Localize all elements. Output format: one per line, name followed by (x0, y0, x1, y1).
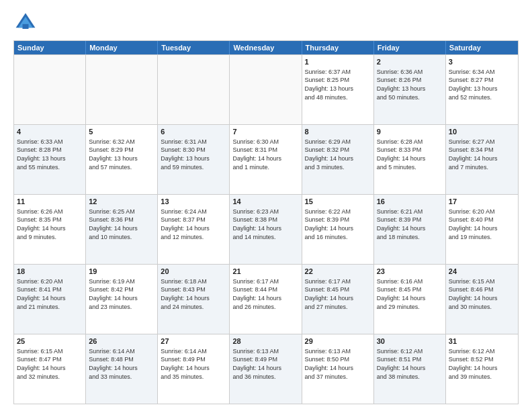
cell-text-line: Sunrise: 6:32 AM (89, 138, 154, 146)
cell-text-line: and 12 minutes. (161, 233, 226, 242)
day-number: 16 (377, 197, 443, 207)
cell-text-line: and 18 minutes. (377, 233, 443, 242)
cell-text-line: and 36 minutes. (232, 373, 298, 381)
cell-text-line: Sunset: 8:25 PM (305, 76, 371, 85)
day-number: 24 (449, 267, 515, 277)
day-number: 10 (449, 127, 515, 137)
calendar-cell: 11Sunrise: 6:26 AMSunset: 8:35 PMDayligh… (14, 195, 86, 264)
calendar-cell: 15Sunrise: 6:22 AMSunset: 8:39 PMDayligh… (302, 195, 374, 264)
cell-text-line: and 35 minutes. (161, 373, 226, 381)
calendar-header-cell: Thursday (302, 41, 374, 54)
cell-text-line: Daylight: 14 hours (449, 294, 515, 303)
cell-text-line: Sunset: 8:28 PM (17, 146, 83, 154)
day-number: 22 (305, 267, 371, 277)
day-number: 12 (89, 197, 154, 207)
cell-text-line: Sunrise: 6:26 AM (17, 208, 83, 216)
day-number: 21 (232, 267, 298, 277)
day-number: 28 (232, 336, 298, 347)
calendar-cell (14, 55, 86, 124)
cell-text-line: Sunset: 8:41 PM (17, 285, 83, 294)
cell-text-line: and 37 minutes. (305, 373, 371, 381)
calendar-cell: 12Sunrise: 6:25 AMSunset: 8:36 PMDayligh… (86, 195, 158, 264)
cell-text-line: Sunrise: 6:28 AM (377, 138, 443, 146)
cell-text-line: and 33 minutes. (89, 373, 154, 381)
cell-text-line: Daylight: 13 hours (305, 85, 371, 93)
cell-text-line: and 48 minutes. (305, 93, 371, 102)
day-number: 11 (17, 197, 83, 207)
calendar-cell: 16Sunrise: 6:21 AMSunset: 8:39 PMDayligh… (374, 195, 446, 264)
cell-text-line: Sunrise: 6:15 AM (449, 277, 515, 286)
cell-text-line: Daylight: 13 hours (449, 85, 515, 93)
svg-rect-2 (23, 24, 29, 29)
day-number: 20 (161, 267, 226, 277)
cell-text-line: Daylight: 14 hours (161, 224, 226, 233)
cell-text-line: Sunset: 8:49 PM (161, 355, 226, 364)
cell-text-line: Sunrise: 6:20 AM (449, 208, 515, 216)
cell-text-line: Daylight: 14 hours (89, 294, 154, 303)
cell-text-line: Sunrise: 6:17 AM (305, 277, 371, 286)
cell-text-line: and 9 minutes. (17, 233, 83, 242)
calendar-cell: 20Sunrise: 6:18 AMSunset: 8:43 PMDayligh… (158, 265, 230, 334)
day-number: 9 (377, 127, 443, 137)
cell-text-line: Daylight: 13 hours (377, 85, 443, 93)
calendar-row: 25Sunrise: 6:15 AMSunset: 8:47 PMDayligh… (14, 334, 518, 404)
day-number: 27 (161, 336, 226, 347)
cell-text-line: Sunset: 8:44 PM (232, 285, 298, 294)
cell-text-line: Sunset: 8:31 PM (232, 146, 298, 154)
calendar-cell: 21Sunrise: 6:17 AMSunset: 8:44 PMDayligh… (230, 265, 302, 334)
cell-text-line: Daylight: 13 hours (161, 154, 226, 163)
cell-text-line: Sunset: 8:39 PM (377, 216, 443, 224)
logo-icon (13, 11, 38, 35)
cell-text-line: Daylight: 14 hours (449, 224, 515, 233)
calendar-cell (86, 55, 158, 124)
cell-text-line: Sunrise: 6:15 AM (17, 347, 83, 356)
cell-text-line: and 27 minutes. (305, 303, 371, 312)
cell-text-line: Daylight: 14 hours (449, 154, 515, 163)
calendar-cell: 10Sunrise: 6:27 AMSunset: 8:34 PMDayligh… (446, 125, 518, 194)
cell-text-line: Daylight: 14 hours (377, 154, 443, 163)
calendar-header-cell: Monday (86, 41, 158, 54)
cell-text-line: Daylight: 14 hours (305, 224, 371, 233)
calendar-cell: 7Sunrise: 6:30 AMSunset: 8:31 PMDaylight… (230, 125, 302, 194)
day-number: 14 (232, 197, 298, 207)
cell-text-line: Sunset: 8:48 PM (89, 355, 154, 364)
day-number: 15 (305, 197, 371, 207)
calendar: SundayMondayTuesdayWednesdayThursdayFrid… (13, 40, 519, 404)
cell-text-line: Daylight: 14 hours (232, 294, 298, 303)
cell-text-line: Sunrise: 6:17 AM (232, 277, 298, 286)
cell-text-line: Daylight: 14 hours (305, 294, 371, 303)
calendar-cell: 6Sunrise: 6:31 AMSunset: 8:30 PMDaylight… (158, 125, 230, 194)
cell-text-line: Sunrise: 6:23 AM (232, 208, 298, 216)
cell-text-line: and 57 minutes. (89, 163, 154, 172)
cell-text-line: Sunset: 8:37 PM (161, 216, 226, 224)
cell-text-line: Daylight: 14 hours (232, 224, 298, 233)
cell-text-line: Sunrise: 6:30 AM (232, 138, 298, 146)
cell-text-line: Sunset: 8:39 PM (305, 216, 371, 224)
calendar-body: 1Sunrise: 6:37 AMSunset: 8:25 PMDaylight… (14, 54, 518, 404)
cell-text-line: Sunset: 8:34 PM (449, 146, 515, 154)
calendar-header-cell: Tuesday (158, 41, 230, 54)
cell-text-line: and 59 minutes. (161, 163, 226, 172)
calendar-cell: 3Sunrise: 6:34 AMSunset: 8:27 PMDaylight… (446, 55, 518, 124)
day-number: 18 (17, 267, 83, 277)
calendar-cell: 13Sunrise: 6:24 AMSunset: 8:37 PMDayligh… (158, 195, 230, 264)
cell-text-line: Sunset: 8:47 PM (17, 355, 83, 364)
cell-text-line: and 50 minutes. (377, 93, 443, 102)
day-number: 1 (305, 57, 371, 67)
cell-text-line: Daylight: 13 hours (17, 154, 83, 163)
day-number: 3 (449, 57, 515, 67)
cell-text-line: Daylight: 14 hours (232, 364, 298, 373)
cell-text-line: Sunrise: 6:21 AM (377, 208, 443, 216)
cell-text-line: Daylight: 14 hours (17, 224, 83, 233)
day-number: 7 (232, 127, 298, 137)
calendar-header-cell: Sunday (14, 41, 86, 54)
cell-text-line: Sunrise: 6:34 AM (449, 68, 515, 77)
calendar-cell: 25Sunrise: 6:15 AMSunset: 8:47 PMDayligh… (14, 334, 86, 404)
cell-text-line: Daylight: 14 hours (305, 364, 371, 373)
calendar-row: 4Sunrise: 6:33 AMSunset: 8:28 PMDaylight… (14, 124, 518, 194)
calendar-cell: 24Sunrise: 6:15 AMSunset: 8:46 PMDayligh… (446, 265, 518, 334)
cell-text-line: Sunset: 8:36 PM (89, 216, 154, 224)
calendar-cell: 30Sunrise: 6:12 AMSunset: 8:51 PMDayligh… (374, 334, 446, 404)
cell-text-line: and 1 minute. (232, 163, 298, 172)
cell-text-line: and 30 minutes. (449, 303, 515, 312)
